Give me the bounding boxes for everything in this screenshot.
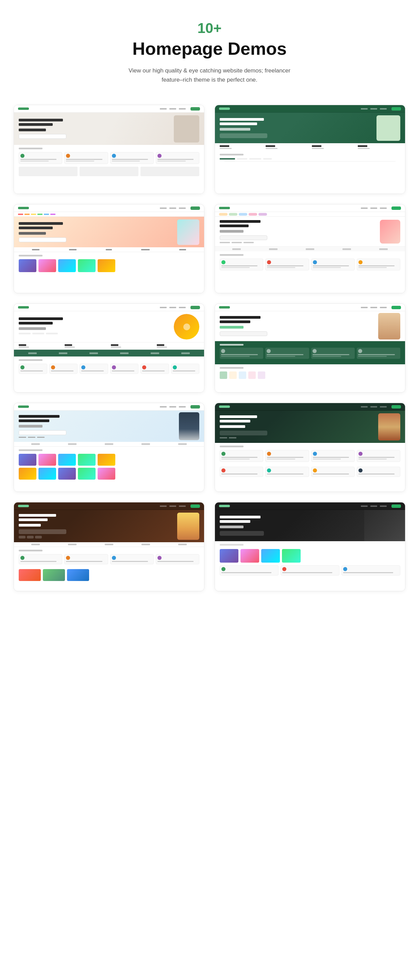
page-description: View our high quality & eye catching web…	[121, 66, 298, 84]
demo-screen-3	[14, 204, 204, 293]
demo-screen-10	[215, 503, 405, 591]
page-wrapper: 10+ Homepage Demos View our high quality…	[0, 0, 419, 619]
demo-screen-7	[14, 403, 204, 492]
demo-card-7[interactable]	[14, 403, 205, 492]
demo-card-8[interactable]	[214, 403, 405, 492]
demo-screen-6	[215, 304, 405, 392]
demo-card-5[interactable]	[14, 304, 205, 393]
demo-card-9[interactable]	[14, 502, 205, 591]
demo-screen-4	[215, 204, 405, 293]
demo-card-1[interactable]	[14, 105, 205, 194]
demos-count: 10+	[14, 21, 405, 36]
demo-screen-2	[215, 105, 405, 194]
page-title: Homepage Demos	[14, 39, 405, 59]
demo-screen-1	[14, 105, 204, 194]
demo-screen-9	[14, 503, 204, 591]
demo-card-10[interactable]	[214, 502, 405, 591]
header-section: 10+ Homepage Demos View our high quality…	[14, 21, 405, 84]
demo-screen-5	[14, 304, 204, 392]
demo-card-3[interactable]	[14, 204, 205, 293]
demo-card-4[interactable]	[214, 204, 405, 293]
demo-screen-8	[215, 403, 405, 492]
demo-card-6[interactable]	[214, 304, 405, 393]
demo-card-2[interactable]	[214, 105, 405, 194]
demos-grid	[14, 105, 405, 591]
